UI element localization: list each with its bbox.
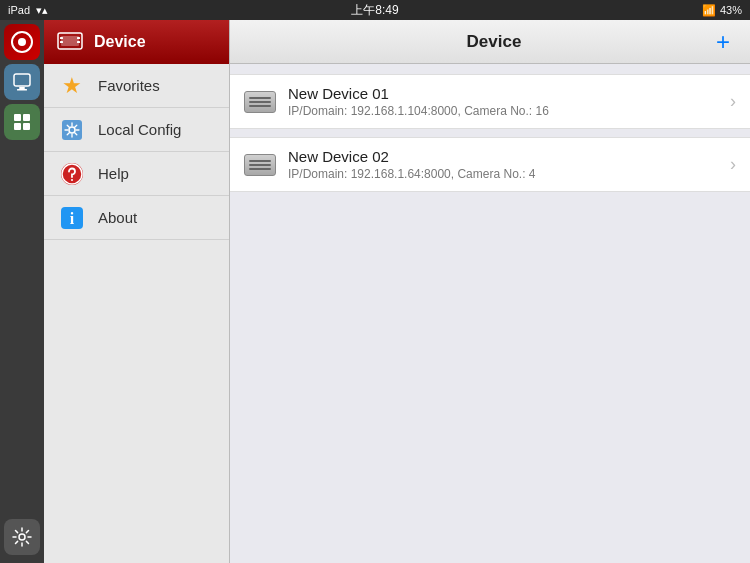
table-row[interactable]: New Device 02 IP/Domain: 192.168.1.64:80… bbox=[230, 137, 750, 192]
svg-point-20 bbox=[71, 179, 73, 181]
svg-rect-14 bbox=[77, 37, 80, 39]
device-name: New Device 02 bbox=[288, 148, 722, 165]
gear-icon bbox=[58, 116, 86, 144]
sidebar-items-list: ★ Favorites Local Config bbox=[44, 64, 229, 563]
status-right: 📶 43% bbox=[702, 4, 742, 17]
info-icon: i bbox=[58, 204, 86, 232]
svg-rect-2 bbox=[14, 74, 30, 86]
device-thumbnail bbox=[244, 151, 276, 179]
sidebar-label-favorites: Favorites bbox=[98, 77, 160, 94]
svg-rect-6 bbox=[23, 114, 30, 121]
rail-icon-settings[interactable] bbox=[4, 519, 40, 555]
device-detail: IP/Domain: 192.168.1.64:8000, Camera No.… bbox=[288, 167, 722, 181]
sidebar-label-about: About bbox=[98, 209, 137, 226]
svg-rect-13 bbox=[60, 41, 63, 43]
app-logo-icon[interactable] bbox=[4, 24, 40, 60]
sidebar-item-about[interactable]: i About bbox=[44, 196, 229, 240]
svg-rect-8 bbox=[23, 123, 30, 130]
svg-rect-5 bbox=[14, 114, 21, 121]
device-info: New Device 02 IP/Domain: 192.168.1.64:80… bbox=[288, 148, 722, 181]
star-icon: ★ bbox=[58, 72, 86, 100]
svg-point-1 bbox=[18, 38, 26, 46]
sidebar-header: Device bbox=[44, 20, 229, 64]
sidebar-label-localconfig: Local Config bbox=[98, 121, 181, 138]
table-row[interactable]: New Device 01 IP/Domain: 192.168.1.104:8… bbox=[230, 74, 750, 129]
sidebar-label-help: Help bbox=[98, 165, 129, 182]
add-device-button[interactable]: + bbox=[712, 30, 734, 54]
rail-icon-grid[interactable] bbox=[4, 104, 40, 140]
svg-rect-7 bbox=[14, 123, 21, 130]
svg-rect-15 bbox=[77, 41, 80, 43]
icon-rail bbox=[0, 20, 44, 563]
svg-rect-11 bbox=[61, 36, 79, 46]
svg-text:i: i bbox=[70, 210, 75, 227]
sidebar-active-item-label: Device bbox=[94, 33, 146, 51]
status-time: 上午8:49 bbox=[351, 2, 398, 19]
svg-rect-4 bbox=[17, 89, 27, 91]
sidebar-header-icon bbox=[56, 28, 84, 56]
svg-rect-3 bbox=[19, 87, 25, 89]
main-header: Device + bbox=[230, 20, 750, 64]
device-list: New Device 01 IP/Domain: 192.168.1.104:8… bbox=[230, 64, 750, 563]
sidebar-item-localconfig[interactable]: Local Config bbox=[44, 108, 229, 152]
wifi-icon: ▾▴ bbox=[36, 4, 48, 17]
device-thumbnail bbox=[244, 88, 276, 116]
sidebar-item-favorites[interactable]: ★ Favorites bbox=[44, 64, 229, 108]
main-content: Device + New Device 01 IP/Domain: 192.16… bbox=[230, 20, 750, 563]
help-icon bbox=[58, 160, 86, 188]
carrier-label: iPad bbox=[8, 4, 30, 16]
device-name: New Device 01 bbox=[288, 85, 722, 102]
battery-label: 43% bbox=[720, 4, 742, 16]
wifi-signal-icon: 📶 bbox=[702, 4, 716, 17]
rail-icon-monitor[interactable] bbox=[4, 64, 40, 100]
svg-rect-12 bbox=[60, 37, 63, 39]
chevron-right-icon: › bbox=[730, 154, 736, 175]
app-container: Device ★ Favorites Local Config bbox=[0, 20, 750, 563]
device-detail: IP/Domain: 192.168.1.104:8000, Camera No… bbox=[288, 104, 722, 118]
status-left: iPad ▾▴ bbox=[8, 4, 48, 17]
sidebar: Device ★ Favorites Local Config bbox=[44, 20, 230, 563]
main-panel-title: Device bbox=[276, 32, 712, 52]
chevron-right-icon: › bbox=[730, 91, 736, 112]
status-bar: iPad ▾▴ 上午8:49 📶 43% bbox=[0, 0, 750, 20]
sidebar-item-help[interactable]: Help bbox=[44, 152, 229, 196]
device-info: New Device 01 IP/Domain: 192.168.1.104:8… bbox=[288, 85, 722, 118]
svg-point-9 bbox=[19, 534, 25, 540]
